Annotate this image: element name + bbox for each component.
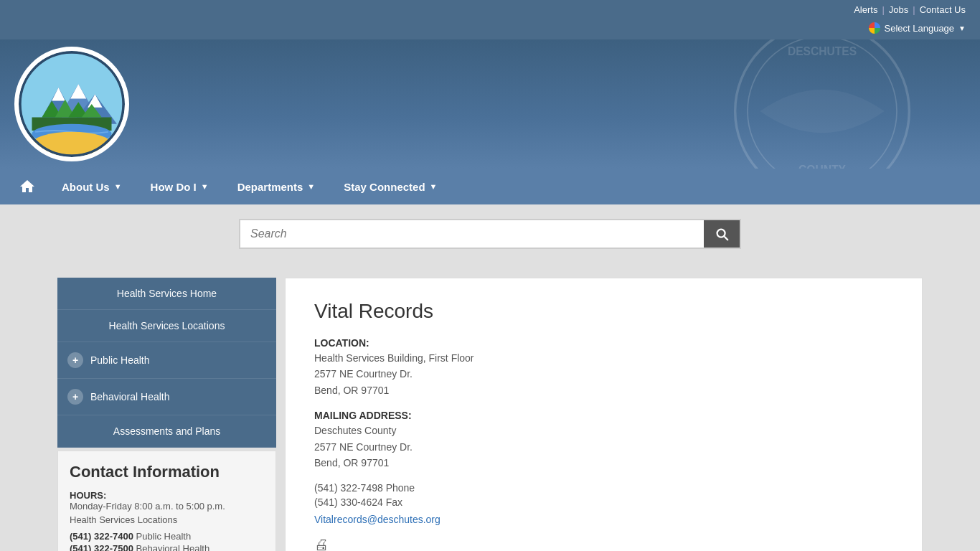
- departments-nav[interactable]: Departments ▼: [223, 171, 330, 203]
- sep2: |: [913, 4, 915, 15]
- departments-arrow: ▼: [307, 182, 315, 191]
- search-icon: [714, 226, 730, 242]
- about-us-nav[interactable]: About Us ▼: [47, 171, 136, 203]
- fax-number: (541) 330-4624 Fax: [314, 496, 893, 508]
- public-health-expand-icon: +: [67, 352, 83, 368]
- mailing-label: MAILING ADDRESS:: [314, 410, 893, 421]
- search-input[interactable]: [240, 220, 704, 248]
- phone-public-health: (541) 322-7400 Public Health: [70, 531, 264, 542]
- sidebar-item-behavioral-health[interactable]: + Behavioral Health: [57, 379, 276, 415]
- sidebar-item-health-services-home[interactable]: Health Services Home: [57, 278, 276, 310]
- home-nav-button[interactable]: [7, 169, 47, 204]
- phone-number: (541) 322-7498 Phone: [314, 482, 893, 494]
- stay-connected-nav[interactable]: Stay Connected ▼: [329, 171, 451, 203]
- seal-watermark: DESCHUTES COUNTY: [707, 39, 937, 169]
- how-do-i-arrow: ▼: [201, 182, 209, 191]
- search-area: [0, 204, 980, 263]
- contact-box: Contact Information HOURS: Monday-Friday…: [57, 451, 276, 551]
- location-address: Health Services Building, First Floor 25…: [314, 350, 893, 398]
- sidebar-nav: Health Services Home Health Services Loc…: [57, 278, 276, 448]
- svg-text:COUNTY: COUNTY: [798, 164, 846, 169]
- hours-label: HOURS:: [70, 490, 264, 501]
- page-title: Vital Records: [314, 300, 893, 323]
- sidebar: Health Services Home Health Services Loc…: [57, 278, 276, 551]
- email-link[interactable]: Vitalrecords@deschutes.org: [314, 514, 893, 525]
- county-logo[interactable]: [14, 47, 129, 161]
- header: DESCHUTES COUNTY: [0, 39, 980, 169]
- alerts-link[interactable]: Alerts: [854, 4, 877, 15]
- sidebar-item-public-health[interactable]: + Public Health: [57, 342, 276, 379]
- search-button[interactable]: [704, 220, 740, 248]
- sep1: |: [882, 4, 884, 15]
- contact-us-link[interactable]: Contact Us: [920, 4, 966, 15]
- mailing-address: Deschutes County 2577 NE Courtney Dr. Be…: [314, 423, 893, 471]
- about-us-arrow: ▼: [114, 182, 122, 191]
- content-area: Vital Records LOCATION: Health Services …: [285, 278, 923, 551]
- location-label: LOCATION:: [314, 337, 893, 349]
- search-box: [239, 219, 741, 249]
- phone-behavioral-health: (541) 322-7500 Behavioral Health: [70, 543, 264, 551]
- behavioral-health-expand-icon: +: [67, 389, 83, 405]
- sidebar-item-health-services-locations[interactable]: Health Services Locations: [57, 310, 276, 342]
- contact-locations-text: Health Services Locations: [70, 514, 264, 525]
- stay-connected-arrow: ▼: [430, 182, 438, 191]
- lang-dropdown-arrow: ▼: [958, 24, 966, 32]
- main-layout: Health Services Home Health Services Loc…: [0, 263, 980, 551]
- contact-title: Contact Information: [70, 463, 264, 481]
- svg-point-17: [32, 132, 112, 156]
- svg-text:DESCHUTES: DESCHUTES: [788, 45, 857, 57]
- top-bar: Alerts | Jobs | Contact Us: [0, 0, 980, 19]
- print-button[interactable]: 🖨: [314, 537, 893, 551]
- top-bar-links: Alerts | Jobs | Contact Us: [854, 4, 966, 15]
- how-do-i-nav[interactable]: How Do I ▼: [136, 171, 223, 203]
- main-nav: About Us ▼ How Do I ▼ Departments ▼ Stay…: [0, 169, 980, 204]
- sidebar-item-assessments-plans[interactable]: Assessments and Plans: [57, 415, 276, 448]
- select-language-label[interactable]: Select Language: [885, 23, 955, 34]
- jobs-link[interactable]: Jobs: [889, 4, 908, 15]
- hours-text: Monday-Friday 8:00 a.m. to 5:00 p.m.: [70, 501, 264, 512]
- google-translate-icon: [869, 22, 880, 34]
